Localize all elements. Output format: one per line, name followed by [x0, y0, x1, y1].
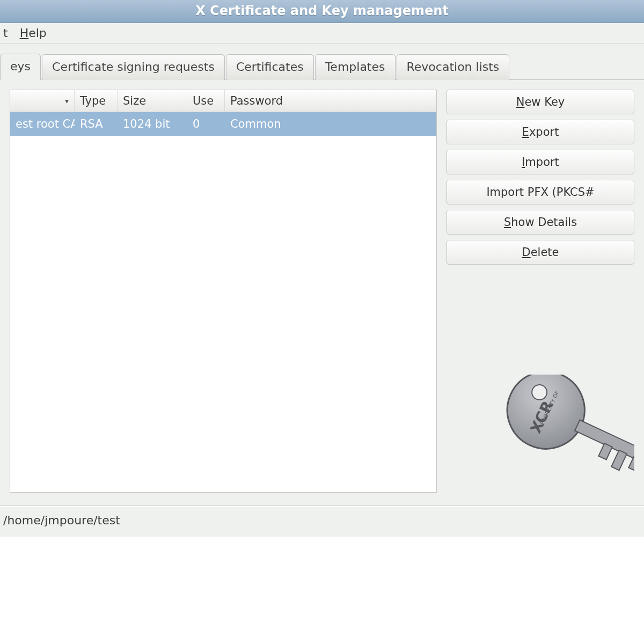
import-pfx-button[interactable]: Import PFX (PKCS# — [447, 180, 634, 204]
import-button[interactable]: Import — [447, 150, 634, 174]
btn-label-rest: xport — [529, 126, 559, 138]
menu-label-rest: elp — [28, 26, 47, 40]
key-list-pane: ▾ Type Size Use Password est root CA RSA… — [10, 90, 437, 493]
tabstrip: eys Certificate signing requests Certifi… — [0, 53, 644, 80]
btn-label-rest: how Details — [511, 216, 577, 229]
tab-keys[interactable]: eys — [0, 54, 41, 80]
column-header-size[interactable]: Size — [118, 90, 187, 112]
column-label: Use — [193, 94, 214, 107]
key-decorative-area: PROPERTY OF XCR — [447, 364, 634, 493]
column-headers: ▾ Type Size Use Password — [10, 90, 436, 112]
show-details-button[interactable]: Show Details — [447, 210, 634, 235]
statusbar: /home/jmpoure/test — [0, 506, 644, 537]
column-label: Type — [80, 94, 106, 107]
tab-label: Certificates — [236, 60, 304, 74]
tab-label: eys — [10, 60, 31, 73]
cell-size: 1024 bit — [118, 115, 187, 133]
new-key-button[interactable]: New Key — [447, 90, 634, 114]
column-header-name[interactable]: ▾ — [10, 90, 75, 112]
tab-label: Revocation lists — [407, 60, 500, 74]
menubar: t Help — [0, 23, 644, 43]
tab-panel-keys: ▾ Type Size Use Password est root CA RSA… — [0, 80, 644, 502]
cell-name: est root CA — [10, 115, 75, 133]
btn-label-rest: ew Key — [524, 96, 565, 108]
column-header-use[interactable]: Use — [187, 90, 225, 112]
svg-rect-5 — [628, 457, 634, 471]
tab-revocation[interactable]: Revocation lists — [397, 54, 510, 80]
btn-label-rest: mport — [525, 156, 559, 169]
cell-use: 0 — [187, 115, 225, 133]
mnemonic: D — [522, 246, 531, 259]
bottom-whitespace — [0, 537, 644, 644]
table-row[interactable]: est root CA RSA 1024 bit 0 Common — [10, 112, 436, 136]
column-header-password[interactable]: Password — [225, 90, 436, 112]
menu-mnemonic: H — [20, 26, 29, 40]
window-title: X Certificate and Key management — [195, 3, 449, 18]
btn-label-pre: Import PFX (PKCS# — [486, 186, 594, 199]
sort-indicator-icon: ▾ — [65, 97, 69, 105]
cell-type: RSA — [75, 115, 118, 133]
cell-password: Common — [225, 115, 436, 133]
tab-csr[interactable]: Certificate signing requests — [42, 54, 225, 80]
tab-label: Certificate signing requests — [52, 60, 215, 74]
column-label: Password — [230, 94, 283, 107]
tab-certificates[interactable]: Certificates — [226, 54, 314, 80]
column-label: Size — [123, 94, 146, 107]
mnemonic: N — [516, 96, 525, 108]
column-header-type[interactable]: Type — [75, 90, 118, 112]
delete-button[interactable]: Delete — [447, 240, 634, 265]
mnemonic: E — [522, 126, 529, 138]
window-titlebar: X Certificate and Key management — [0, 0, 644, 23]
export-button[interactable]: Export — [447, 120, 634, 144]
tab-templates[interactable]: Templates — [315, 54, 396, 80]
action-sidebar: New Key Export Import Import PFX (PKCS# … — [447, 90, 634, 493]
list-body[interactable]: est root CA RSA 1024 bit 0 Common — [10, 112, 436, 492]
key-icon: PROPERTY OF XCR — [495, 375, 634, 493]
tab-label: Templates — [325, 60, 385, 74]
svg-rect-3 — [598, 443, 612, 459]
svg-rect-4 — [611, 450, 627, 471]
main-area: eys Certificate signing requests Certifi… — [0, 43, 644, 537]
menu-item-truncated[interactable]: t — [3, 26, 8, 40]
menu-item-help[interactable]: Help — [20, 26, 47, 40]
mnemonic: S — [504, 216, 511, 229]
btn-label-rest: elete — [531, 246, 559, 259]
status-path: /home/jmpoure/test — [3, 514, 120, 527]
